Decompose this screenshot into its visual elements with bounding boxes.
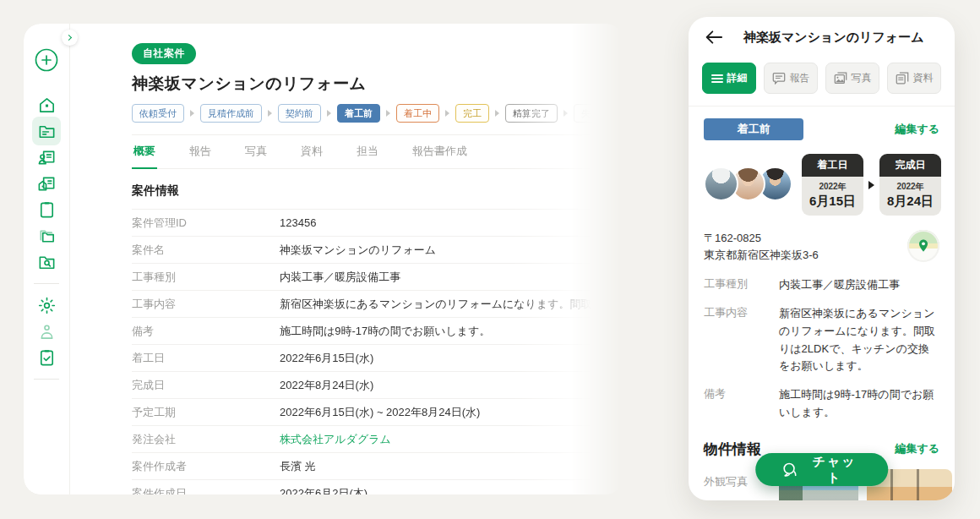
sidebar-item-properties[interactable] xyxy=(32,169,61,198)
row-label: 備考 xyxy=(132,324,280,339)
document-icon xyxy=(896,72,909,85)
step-chip-irai[interactable]: 依頼受付 xyxy=(132,104,184,123)
list-item: 備考 施工時間は9時-17時の間でお願いします。 xyxy=(704,386,939,422)
step-chip-chakkochu[interactable]: 着工中 xyxy=(396,104,439,123)
sidebar-item-clients[interactable] xyxy=(32,143,61,172)
start-date-header: 着工日 xyxy=(802,154,863,177)
step-arrow-icon xyxy=(564,110,568,117)
end-date-card[interactable]: 完成日 2022年 8月24日 xyxy=(879,154,941,216)
address-line: 東京都新宿区神楽坂3-6 xyxy=(704,247,819,264)
folder-search-icon xyxy=(37,253,57,272)
row-label: 案件名 xyxy=(132,243,280,258)
step-chip-mitsumori[interactable]: 見積作成前 xyxy=(200,104,262,123)
mobile-tab-label: 詳細 xyxy=(727,71,748,85)
sidebar-expand-button[interactable] xyxy=(62,30,78,46)
postal-code: 〒162-0825 xyxy=(704,230,819,247)
project-info-table: 案件管理ID 123456 案件名 神楽坂マンションのリフォーム 工事種別 内装… xyxy=(132,209,623,494)
chat-button-label: チャット xyxy=(806,454,863,486)
page-title: 神楽坂マンションのリフォーム xyxy=(132,73,623,95)
sidebar-item-search-folder[interactable] xyxy=(32,248,61,276)
sidebar-item-projects[interactable] xyxy=(32,117,61,145)
edit-property-link[interactable]: 編集する xyxy=(895,441,939,456)
tab-report-create[interactable]: 報告書作成 xyxy=(411,135,469,168)
back-arrow-icon[interactable] xyxy=(705,30,722,44)
table-row: 案件管理ID 123456 xyxy=(132,210,623,237)
add-button[interactable] xyxy=(32,46,61,74)
row-label: 着工日 xyxy=(132,351,280,366)
map-button[interactable] xyxy=(907,230,939,262)
tab-report[interactable]: 報告 xyxy=(188,135,213,168)
table-row: 案件作成者 長濱 光 xyxy=(132,453,623,480)
chat-button[interactable]: チャット xyxy=(755,453,889,486)
table-row: 工事内容 新宿区神楽坂にあるマンションのリフォームになります。間取りは2LDKで… xyxy=(132,291,623,318)
sidebar-divider xyxy=(34,283,59,284)
status-button[interactable]: 着工前 xyxy=(704,118,803,140)
row-label: 予定工期 xyxy=(132,405,280,420)
menu-icon xyxy=(711,74,723,84)
row-value: 新宿区神楽坂にあるマンションのリフォームになります。間取りは2LDKで、キッチン… xyxy=(779,305,939,375)
sidebar-item-tasks[interactable] xyxy=(32,343,61,372)
step-chip-chakkozen[interactable]: 着工前 xyxy=(337,104,380,123)
mobile-header: 神楽坂マンションのリフォーム xyxy=(689,17,955,57)
tab-documents[interactable]: 資料 xyxy=(299,135,324,168)
step-chip-shitchu[interactable]: 失注 xyxy=(574,104,607,123)
project-type-badge: 自社案件 xyxy=(132,43,196,64)
avatar[interactable] xyxy=(704,167,738,201)
folders-icon xyxy=(37,227,57,246)
step-chip-keiyaku[interactable]: 契約前 xyxy=(278,104,321,123)
row-value: 施工時間は9時-17時の間でお願いします。 xyxy=(280,324,490,339)
client-company-link[interactable]: 株式会社アルダグラム xyxy=(280,432,391,447)
end-date-year: 2022年 xyxy=(879,181,941,193)
row-label: 案件管理ID xyxy=(132,216,280,231)
tab-photos[interactable]: 写真 xyxy=(243,135,269,168)
end-date-header: 完成日 xyxy=(879,154,941,177)
step-arrow-icon xyxy=(268,110,272,117)
tab-members[interactable]: 担当 xyxy=(355,135,380,168)
row-label: 案件作成日 xyxy=(132,486,280,495)
date-cards: 着工日 2022年 6月15日 完成日 2022年 8月24日 xyxy=(802,154,941,216)
start-date-card[interactable]: 着工日 2022年 6月15日 xyxy=(802,154,863,216)
row-label: 工事内容 xyxy=(132,297,280,312)
row-label: 備考 xyxy=(704,386,779,422)
row-value: 123456 xyxy=(280,216,316,229)
property-document-icon xyxy=(37,174,57,194)
sidebar-item-documents[interactable] xyxy=(32,221,61,250)
step-chip-seisan[interactable]: 精算完了 xyxy=(505,104,558,123)
mobile-tab-documents[interactable]: 資料 xyxy=(887,63,941,94)
tablet-icon xyxy=(37,200,57,220)
step-arrow-icon xyxy=(190,110,194,117)
row-label: 案件作成者 xyxy=(132,459,280,474)
sidebar-item-reports[interactable] xyxy=(32,195,61,224)
row-label: 完成日 xyxy=(132,378,280,393)
step-arrow-icon xyxy=(445,110,449,117)
step-chip-kanko[interactable]: 完工 xyxy=(455,104,489,123)
client-document-icon xyxy=(37,148,57,167)
row-label: 工事種別 xyxy=(704,276,779,294)
row-value: 施工時間は9時-17時の間でお願いします。 xyxy=(779,386,939,422)
status-row: 着工前 編集する xyxy=(689,107,955,140)
edit-project-link[interactable]: 編集する xyxy=(895,122,939,137)
row-value: 2022年6月15日(水) xyxy=(280,351,373,366)
mobile-tab-details[interactable]: 詳細 xyxy=(702,63,756,94)
sidebar-divider xyxy=(34,379,59,380)
tab-overview[interactable]: 概要 xyxy=(132,135,157,169)
table-row: 案件名 神楽坂マンションのリフォーム xyxy=(132,237,623,264)
sidebar-item-account[interactable] xyxy=(32,317,61,346)
folder-icon xyxy=(37,122,57,141)
sidebar-item-home[interactable] xyxy=(32,90,61,119)
chat-bubble-icon xyxy=(772,72,786,85)
section-title: 案件情報 xyxy=(132,183,623,199)
mobile-tab-photos[interactable]: 写真 xyxy=(825,63,879,94)
row-value: 2022年8月24日(水) xyxy=(280,378,373,393)
status-steps: 依頼受付 見積作成前 契約前 着工前 着工中 完工 精算完了 失注 xyxy=(132,104,623,123)
gear-icon xyxy=(37,296,57,315)
desktop-main: 自社案件 神楽坂マンションのリフォーム 依頼受付 見積作成前 契約前 着工前 着… xyxy=(70,24,623,494)
step-arrow-icon xyxy=(327,110,331,117)
desktop-app-window: 自社案件 神楽坂マンションのリフォーム 依頼受付 見積作成前 契約前 着工前 着… xyxy=(24,24,623,494)
member-avatars[interactable] xyxy=(704,167,792,201)
mobile-tab-report[interactable]: 報告 xyxy=(764,63,818,94)
row-value: 2022年6月15日(水) ~ 2022年8月24日(水) xyxy=(280,405,480,420)
chevron-right-icon xyxy=(66,35,72,41)
step-arrow-icon xyxy=(495,110,499,117)
sidebar-item-settings[interactable] xyxy=(32,291,61,320)
